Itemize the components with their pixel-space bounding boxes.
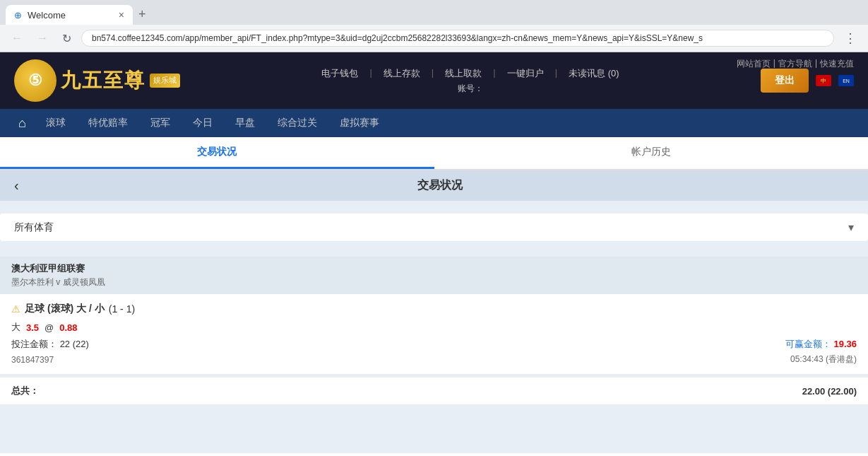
nav-home-button[interactable]: ⌂ xyxy=(11,112,33,135)
new-tab-button[interactable]: + xyxy=(133,4,152,25)
header-menu-bar: 电子钱包 | 线上存款 | 线上取款 | 一键归户 | 未读讯息 (0) xyxy=(321,67,619,80)
nav-item-guanjun[interactable]: 冠军 xyxy=(141,111,180,135)
match-section: 澳大利亚甲组联赛 墨尔本胜利 v 威灵顿凤凰 ⚠ 足球 (滚球) 大 / 小 (… xyxy=(0,257,868,374)
site-nav: ⌂ 滚球 特优赔率 冠军 今日 早盘 综合过关 虚拟赛事 xyxy=(0,109,868,137)
bet-label: 足球 (滚球) 大 / 小 xyxy=(25,303,105,315)
bet-id: 361847397 xyxy=(11,355,54,365)
tab-account-history[interactable]: 帐户历史 xyxy=(434,137,869,169)
nav-item-jinri[interactable]: 今日 xyxy=(183,111,222,135)
menu-deposit[interactable]: 线上存款 xyxy=(384,67,420,80)
warning-icon: ⚠ xyxy=(11,303,20,315)
menu-div-2: | xyxy=(432,67,434,80)
page-header: ‹ 交易状况 xyxy=(0,170,868,201)
nav-link-home[interactable]: 网站首页 xyxy=(737,58,771,70)
reload-button[interactable]: ↻ xyxy=(58,30,76,47)
total-label: 总共： xyxy=(11,385,39,397)
nav-item-xuni[interactable]: 虚拟赛事 xyxy=(330,111,389,135)
total-row: 总共： 22.00 (22.00) xyxy=(0,377,868,404)
tab-title: Welcome xyxy=(28,10,66,21)
back-button[interactable]: ← xyxy=(7,30,27,46)
bet-price: 0.88 xyxy=(59,322,77,333)
match-teams: 墨尔本胜利 v 威灵顿凤凰 xyxy=(11,276,857,288)
spacer-1 xyxy=(0,201,868,206)
site-logo: ⑤ 九五至尊 娱乐城 xyxy=(14,59,180,102)
menu-withdraw[interactable]: 线上取款 xyxy=(445,67,482,80)
lang-flag-2[interactable]: EN xyxy=(838,75,854,86)
bet-size: 大 xyxy=(11,321,20,334)
tab-transaction-status[interactable]: 交易状况 xyxy=(0,137,434,169)
match-header: 澳大利亚甲组联赛 墨尔本胜利 v 威灵顿凤凰 xyxy=(0,257,868,294)
browser-titlebar: ⊕ Welcome × + xyxy=(0,0,868,25)
bet-score: (1 - 1) xyxy=(109,303,135,315)
bet-win-value: 19.36 xyxy=(833,339,857,349)
logout-button[interactable]: 登出 xyxy=(761,69,809,93)
bet-stake-win-row: 投注金额： 22 (22) 可赢金额： 19.36 xyxy=(11,338,857,351)
total-value: 22.00 (22.00) xyxy=(802,386,857,397)
site-header: 网站首页 | 官方导航 | 快速充值 ⑤ 九五至尊 娱乐城 电子钱包 | 线上存… xyxy=(0,52,868,109)
browser-menu-button[interactable]: ⋮ xyxy=(840,29,861,47)
site-nav-links: 网站首页 | 官方导航 | 快速充值 xyxy=(737,58,854,70)
filter-label: 所有体育 xyxy=(14,221,54,234)
tab-favicon-icon: ⊕ xyxy=(14,10,22,21)
dropdown-icon: ▾ xyxy=(848,221,854,234)
logo-badge: 娱乐城 xyxy=(150,74,180,87)
menu-transfer[interactable]: 一键归户 xyxy=(507,67,544,80)
menu-wallet[interactable]: 电子钱包 xyxy=(321,67,358,80)
nav-item-zonghe[interactable]: 综合过关 xyxy=(268,111,327,135)
bet-type-row: ⚠ 足球 (滚球) 大 / 小 (1 - 1) xyxy=(11,303,857,315)
nav-item-gunqiu[interactable]: 滚球 xyxy=(36,111,76,135)
bet-at: @ xyxy=(44,322,54,333)
bet-stake-label: 投注金额： 22 (22) xyxy=(11,338,89,351)
main-content: ‹ 交易状况 所有体育 ▾ 澳大利亚甲组联赛 墨尔本胜利 v 威灵顿凤凰 ⚠ 足… xyxy=(0,170,868,453)
browser-chrome: ⊕ Welcome × + ← → ↻ ⋮ xyxy=(0,0,868,52)
spacer-2 xyxy=(0,248,868,254)
filter-row[interactable]: 所有体育 ▾ xyxy=(0,214,868,241)
bet-id-time-row: 361847397 05:34:43 (香港盘) xyxy=(11,353,857,366)
menu-div-1: | xyxy=(369,67,371,80)
logo-text: 九五至尊 xyxy=(61,67,145,94)
header-right: 登出 中 EN xyxy=(761,69,854,93)
bet-time: 05:34:43 (香港盘) xyxy=(790,353,857,366)
forward-button[interactable]: → xyxy=(32,30,52,46)
browser-addressbar: ← → ↻ ⋮ xyxy=(0,25,868,52)
bet-odds: 3.5 xyxy=(26,322,39,333)
back-nav-button[interactable]: ‹ xyxy=(14,177,19,194)
nav-item-teyu[interactable]: 特优赔率 xyxy=(78,111,138,135)
menu-div-3: | xyxy=(493,67,495,80)
language-flag[interactable]: 中 xyxy=(816,75,831,86)
tab-close-button[interactable]: × xyxy=(119,9,124,21)
logo-icon: ⑤ xyxy=(14,59,57,102)
bet-win: 可赢金额： 19.36 xyxy=(785,338,857,351)
match-body: ⚠ 足球 (滚球) 大 / 小 (1 - 1) 大 3.5 @ 0.88 投注金… xyxy=(0,294,868,374)
nav-divider-2: | xyxy=(815,58,817,70)
page-tabs: 交易状况 帐户历史 xyxy=(0,137,868,170)
nav-link-official[interactable]: 官方导航 xyxy=(778,58,812,70)
nav-item-zaopan[interactable]: 早盘 xyxy=(225,111,265,135)
match-league: 澳大利亚甲组联赛 xyxy=(11,262,857,275)
page-title: 交易状况 xyxy=(26,178,854,193)
address-bar[interactable] xyxy=(81,30,834,47)
nav-divider-1: | xyxy=(773,58,775,70)
menu-div-4: | xyxy=(555,67,557,80)
browser-tab-active[interactable]: ⊕ Welcome × xyxy=(6,5,133,25)
menu-messages[interactable]: 未读讯息 (0) xyxy=(569,67,619,80)
bet-detail-row: 大 3.5 @ 0.88 xyxy=(11,321,857,334)
header-center: 电子钱包 | 线上存款 | 线上取款 | 一键归户 | 未读讯息 (0) 账号： xyxy=(321,67,619,95)
header-account: 账号： xyxy=(458,83,483,95)
nav-link-deposit[interactable]: 快速充值 xyxy=(820,58,854,70)
browser-tabs: ⊕ Welcome × + xyxy=(6,4,152,25)
